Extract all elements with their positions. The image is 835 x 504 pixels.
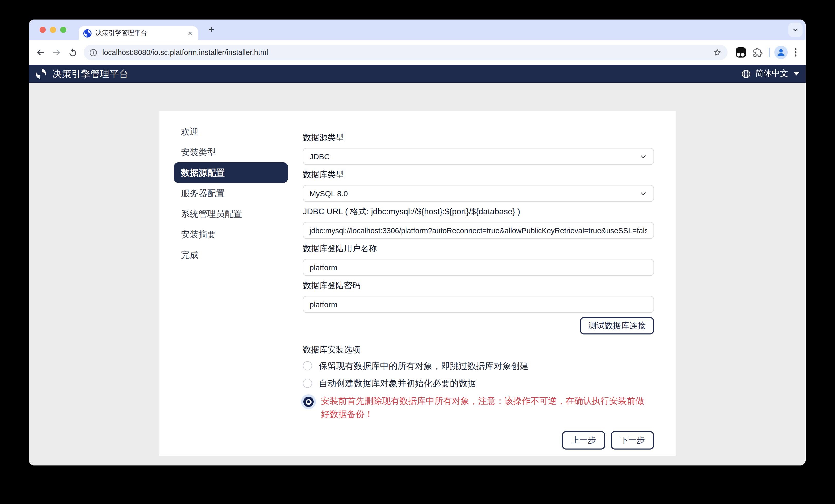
datasource-type-value: JDBC bbox=[309, 152, 330, 161]
radio-unselected-icon[interactable] bbox=[303, 379, 312, 388]
zoom-window-button[interactable] bbox=[60, 27, 66, 33]
globe-icon bbox=[741, 68, 751, 79]
sidebar-item-welcome[interactable]: 欢迎 bbox=[174, 121, 288, 142]
caret-down-icon bbox=[793, 72, 799, 76]
install-option-auto-create[interactable]: 自动创建数据库对象并初始化必要的数据 bbox=[303, 376, 654, 392]
previous-step-button[interactable]: 上一步 bbox=[562, 431, 605, 449]
forward-arrow-icon bbox=[52, 47, 62, 58]
installer-page: 欢迎 安装类型 数据源配置 服务器配置 系统管理员配置 安装摘要 完成 数据源类… bbox=[29, 83, 806, 465]
back-arrow-icon bbox=[36, 47, 46, 58]
window-controls bbox=[40, 27, 66, 33]
db-password-input[interactable] bbox=[303, 296, 654, 313]
installer-card: 欢迎 安装类型 数据源配置 服务器配置 系统管理员配置 安装摘要 完成 数据源类… bbox=[159, 111, 676, 456]
language-selector[interactable]: 简体中文 bbox=[741, 68, 799, 79]
screen: 决策引擎管理平台 × + bbox=[0, 0, 835, 504]
database-type-select[interactable]: MySQL 8.0 bbox=[303, 185, 654, 202]
site-info-icon[interactable] bbox=[89, 48, 98, 57]
chevron-down-icon bbox=[639, 152, 647, 161]
bookmark-star-icon bbox=[712, 48, 721, 57]
tab-title: 决策引擎管理平台 bbox=[96, 29, 187, 38]
browser-window: 决策引擎管理平台 × + bbox=[29, 20, 806, 465]
sidebar-item-install-summary[interactable]: 安装摘要 bbox=[174, 224, 288, 245]
sidebar-item-install-type[interactable]: 安装类型 bbox=[174, 142, 288, 162]
jdbc-url-input[interactable] bbox=[303, 222, 654, 239]
radio-unselected-icon[interactable] bbox=[303, 361, 312, 371]
database-type-value: MySQL 8.0 bbox=[309, 189, 348, 198]
toolbar-divider bbox=[769, 48, 770, 57]
test-connection-button[interactable]: 测试数据库连接 bbox=[580, 317, 654, 334]
install-option-label: 安装前首先删除现有数据库中所有对象，注意：该操作不可逆，在确认执行安装前做好数据… bbox=[321, 395, 648, 421]
extensions-button[interactable] bbox=[751, 46, 764, 59]
extension-dark-icon[interactable] bbox=[735, 47, 746, 58]
chevron-down-icon bbox=[639, 189, 647, 197]
next-step-button[interactable]: 下一步 bbox=[611, 431, 654, 449]
app-header: 决策引擎管理平台 简体中文 bbox=[29, 65, 806, 83]
url-text[interactable]: localhost:8080/io.sc.platform.installer/… bbox=[102, 48, 711, 57]
browser-menu-button[interactable] bbox=[792, 46, 799, 59]
back-button[interactable] bbox=[34, 46, 47, 59]
new-tab-button[interactable]: + bbox=[205, 23, 218, 37]
sidebar-item-server-config[interactable]: 服务器配置 bbox=[174, 183, 288, 204]
radio-selected-icon[interactable] bbox=[303, 397, 314, 407]
datasource-type-label: 数据源类型 bbox=[303, 132, 654, 143]
tab-search-button[interactable] bbox=[788, 23, 802, 37]
db-username-label: 数据库登陆用户名称 bbox=[303, 243, 654, 254]
install-option-label: 自动创建数据库对象并初始化必要的数据 bbox=[319, 377, 476, 391]
address-bar[interactable]: localhost:8080/io.sc.platform.installer/… bbox=[84, 45, 727, 60]
profile-avatar[interactable] bbox=[774, 46, 788, 59]
person-icon bbox=[775, 47, 787, 58]
language-label: 简体中文 bbox=[755, 68, 788, 79]
brand-logo-icon bbox=[35, 67, 47, 80]
reload-icon bbox=[68, 47, 77, 57]
sidebar-item-datasource-config[interactable]: 数据源配置 bbox=[174, 162, 288, 183]
browser-toolbar: localhost:8080/io.sc.platform.installer/… bbox=[29, 40, 806, 65]
jdbc-url-label: JDBC URL ( 格式: jdbc:mysql://${host}:${po… bbox=[303, 206, 654, 217]
wizard-steps-sidebar: 欢迎 安装类型 数据源配置 服务器配置 系统管理员配置 安装摘要 完成 bbox=[159, 111, 303, 456]
app-title: 决策引擎管理平台 bbox=[53, 67, 128, 80]
install-option-label: 保留现有数据库中的所有对象，即跳过数据库对象创建 bbox=[319, 360, 529, 373]
install-option-keep-objects[interactable]: 保留现有数据库中的所有对象，即跳过数据库对象创建 bbox=[303, 359, 654, 374]
browser-tab[interactable]: 决策引擎管理平台 × bbox=[79, 26, 198, 40]
datasource-form: 数据源类型 JDBC 数据库类型 MySQL 8.0 bbox=[303, 111, 676, 456]
db-password-label: 数据库登陆密码 bbox=[303, 280, 654, 291]
tab-strip: 决策引擎管理平台 × + bbox=[29, 20, 806, 40]
datasource-type-select[interactable]: JDBC bbox=[303, 148, 654, 165]
minimize-window-button[interactable] bbox=[50, 27, 56, 33]
chevron-down-icon bbox=[792, 26, 799, 34]
db-username-input[interactable] bbox=[303, 259, 654, 276]
extensions-puzzle-icon bbox=[752, 47, 763, 58]
bookmark-button[interactable] bbox=[711, 46, 723, 59]
close-window-button[interactable] bbox=[40, 27, 46, 33]
sidebar-item-complete[interactable]: 完成 bbox=[174, 245, 288, 265]
database-type-label: 数据库类型 bbox=[303, 169, 654, 180]
favicon-swirl-icon bbox=[83, 29, 91, 37]
close-tab-icon[interactable]: × bbox=[187, 29, 193, 37]
forward-button[interactable] bbox=[50, 46, 63, 59]
install-option-drop-all[interactable]: 安装前首先删除现有数据库中所有对象，注意：该操作不可逆，在确认执行安装前做好数据… bbox=[303, 394, 648, 422]
sidebar-item-admin-config[interactable]: 系统管理员配置 bbox=[174, 204, 288, 224]
install-options-label: 数据库安装选项 bbox=[303, 344, 654, 356]
reload-button[interactable] bbox=[66, 46, 79, 59]
